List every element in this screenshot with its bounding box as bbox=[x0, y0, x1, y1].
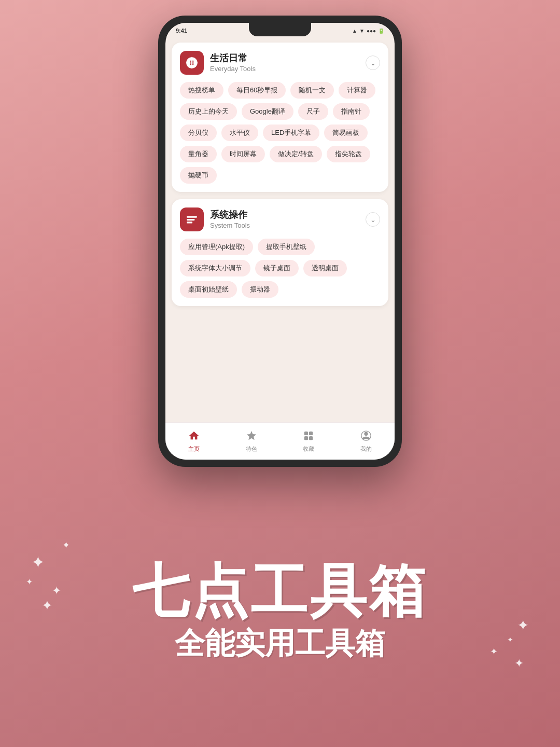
chip-ruler[interactable]: 尺子 bbox=[298, 103, 328, 120]
system-tools-card: 系统操作 System Tools ⌄ 应用管理(Apk提取) 提取手机壁纸 系… bbox=[172, 199, 388, 306]
everyday-tools-title-en: Everyday Tools bbox=[210, 65, 366, 73]
mine-icon bbox=[360, 430, 372, 444]
big-title-main: 七点工具箱 bbox=[0, 562, 560, 619]
svg-rect-6 bbox=[304, 436, 308, 439]
chip-compass[interactable]: 指南针 bbox=[333, 103, 370, 120]
nav-home[interactable]: 主页 bbox=[178, 430, 209, 453]
feature-icon bbox=[246, 430, 257, 444]
everyday-tools-header: 生活日常 Everyday Tools ⌄ bbox=[180, 51, 380, 75]
bottom-nav: 主页 特色 收藏 bbox=[165, 422, 395, 460]
chip-fidget-spinner[interactable]: 指尖轮盘 bbox=[327, 146, 370, 162]
svg-rect-1 bbox=[187, 216, 197, 218]
chip-led-marquee[interactable]: LED手机字幕 bbox=[263, 125, 319, 141]
sparkle-3: ✦ bbox=[62, 541, 70, 550]
nav-home-label: 主页 bbox=[188, 445, 200, 453]
chip-morning-news[interactable]: 每日60秒早报 bbox=[228, 82, 286, 99]
chip-google-translate[interactable]: Google翻译 bbox=[242, 103, 293, 120]
chip-coin-flip[interactable]: 抛硬币 bbox=[180, 167, 217, 184]
chip-original-wallpaper[interactable]: 桌面初始壁纸 bbox=[180, 281, 237, 298]
chip-simple-draw[interactable]: 简易画板 bbox=[324, 125, 368, 141]
chip-wallpaper-extract[interactable]: 提取手机壁纸 bbox=[258, 239, 315, 255]
everyday-tools-chips: 热搜榜单 每日60秒早报 随机一文 计算器 历史上的今天 Google翻译 尺子… bbox=[180, 82, 380, 184]
svg-rect-4 bbox=[304, 431, 308, 435]
svg-rect-3 bbox=[187, 222, 192, 223]
everyday-tools-icon bbox=[180, 51, 204, 75]
chip-protractor[interactable]: 量角器 bbox=[180, 146, 217, 162]
big-title-subtitle: 全能实用工具箱 bbox=[0, 624, 560, 664]
chip-random-article[interactable]: 随机一文 bbox=[290, 82, 334, 99]
svg-point-8 bbox=[364, 432, 368, 435]
chip-time-screen[interactable]: 时间屏幕 bbox=[221, 146, 265, 162]
system-tools-chips: 应用管理(Apk提取) 提取手机壁纸 系统字体大小调节 镜子桌面 透明桌面 桌面… bbox=[180, 239, 380, 298]
chip-decision-wheel[interactable]: 做决定/转盘 bbox=[270, 146, 322, 162]
chip-decibel[interactable]: 分贝仪 bbox=[180, 125, 217, 141]
phone-screen: 9:41 ▲ ▼ ●●● 🔋 bbox=[165, 23, 395, 460]
nav-favorites-label: 收藏 bbox=[303, 445, 314, 453]
chip-mirror-desktop[interactable]: 镜子桌面 bbox=[255, 260, 299, 276]
svg-rect-5 bbox=[309, 431, 313, 435]
system-tools-icon bbox=[180, 208, 204, 231]
chip-level[interactable]: 水平仪 bbox=[221, 125, 258, 141]
nav-feature-label: 特色 bbox=[246, 445, 257, 453]
phone-frame: 9:41 ▲ ▼ ●●● 🔋 bbox=[158, 16, 402, 467]
everyday-tools-expand[interactable]: ⌄ bbox=[366, 56, 380, 70]
everyday-tools-title-wrap: 生活日常 Everyday Tools bbox=[210, 53, 366, 73]
everyday-tools-card: 生活日常 Everyday Tools ⌄ 热搜榜单 每日60秒早报 随机一文 … bbox=[172, 43, 388, 192]
status-time: 9:41 bbox=[176, 27, 187, 34]
system-tools-header: 系统操作 System Tools ⌄ bbox=[180, 208, 380, 231]
svg-rect-2 bbox=[187, 219, 194, 220]
nav-mine[interactable]: 我的 bbox=[351, 430, 382, 453]
screen-content[interactable]: 生活日常 Everyday Tools ⌄ 热搜榜单 每日60秒早报 随机一文 … bbox=[165, 38, 395, 422]
chip-calculator[interactable]: 计算器 bbox=[339, 82, 375, 99]
home-icon bbox=[188, 430, 200, 444]
everyday-tools-title-cn: 生活日常 bbox=[210, 53, 366, 64]
svg-point-0 bbox=[190, 61, 194, 65]
chip-transparent-desktop[interactable]: 透明桌面 bbox=[303, 260, 347, 276]
big-title: 七点工具箱 全能实用工具箱 bbox=[0, 562, 560, 664]
chip-history-today[interactable]: 历史上的今天 bbox=[180, 103, 237, 120]
system-tools-title-en: System Tools bbox=[210, 222, 366, 229]
status-icons: ▲ ▼ ●●● 🔋 bbox=[352, 28, 384, 34]
system-tools-title-cn: 系统操作 bbox=[210, 210, 366, 221]
chip-vibrator[interactable]: 振动器 bbox=[242, 281, 278, 298]
chip-trending[interactable]: 热搜榜单 bbox=[180, 82, 223, 99]
chip-font-size[interactable]: 系统字体大小调节 bbox=[180, 260, 250, 276]
system-tools-expand[interactable]: ⌄ bbox=[366, 212, 380, 227]
nav-feature[interactable]: 特色 bbox=[236, 430, 267, 453]
nav-favorites[interactable]: 收藏 bbox=[293, 430, 324, 453]
favorites-icon bbox=[303, 430, 314, 444]
nav-mine-label: 我的 bbox=[360, 445, 372, 453]
chip-app-manager[interactable]: 应用管理(Apk提取) bbox=[180, 239, 253, 255]
phone-notch bbox=[249, 23, 311, 36]
system-tools-title-wrap: 系统操作 System Tools bbox=[210, 210, 366, 229]
svg-rect-7 bbox=[309, 436, 313, 439]
